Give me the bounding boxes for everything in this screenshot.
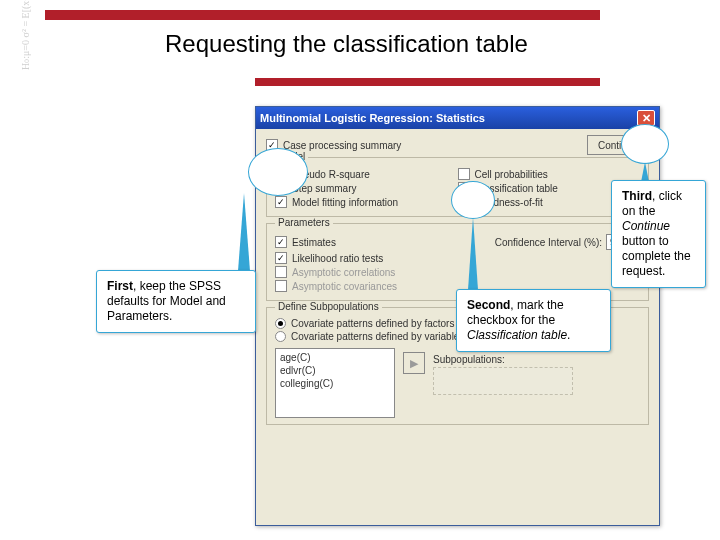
subpop-source-list[interactable]: age(C) edlvr(C) colleging(C) bbox=[275, 348, 395, 418]
callout-third-tail bbox=[641, 162, 649, 182]
callout-first-lead: First bbox=[107, 279, 133, 293]
estimates-checkbox[interactable] bbox=[275, 236, 287, 248]
lr-checkbox[interactable] bbox=[275, 252, 287, 264]
subpop-target-label: Subpopulations: bbox=[433, 354, 573, 365]
callout-first-pointer bbox=[248, 148, 308, 196]
model-fit-checkbox[interactable] bbox=[275, 196, 287, 208]
callout-third-text-b: button to complete the request. bbox=[622, 234, 691, 278]
conf-interval-label: Confidence Interval (%): bbox=[495, 237, 602, 248]
asym-corr-label: Asymptotic correlations bbox=[292, 267, 395, 278]
case-processing-label: Case processing summary bbox=[283, 140, 401, 151]
top-accent-bar bbox=[45, 10, 600, 20]
callout-second-text-b: . bbox=[567, 328, 570, 342]
callout-second-tail bbox=[468, 217, 478, 290]
callout-second: Second, mark the checkbox for the Classi… bbox=[456, 289, 611, 352]
model-fit-label: Model fitting information bbox=[292, 197, 398, 208]
callout-third-italic: Continue bbox=[622, 219, 670, 233]
asym-cov-checkbox[interactable] bbox=[275, 280, 287, 292]
callout-third-pointer bbox=[621, 124, 669, 164]
close-icon: ✕ bbox=[642, 113, 651, 124]
list-item: age(C) bbox=[280, 351, 390, 364]
estimates-label: Estimates bbox=[292, 237, 336, 248]
lr-label: Likelihood ratio tests bbox=[292, 253, 383, 264]
move-right-button[interactable]: ▶ bbox=[403, 352, 425, 374]
dialog-body: Continue Case processing summary Model P… bbox=[256, 129, 659, 433]
subpop-legend: Define Subpopulations bbox=[275, 301, 382, 312]
callout-second-lead: Second bbox=[467, 298, 510, 312]
dialog-titlebar: Multinomial Logistic Regression: Statist… bbox=[256, 107, 659, 129]
callout-first: First, keep the SPSS defaults for Model … bbox=[96, 270, 256, 333]
cell-prob-checkbox[interactable] bbox=[458, 168, 470, 180]
arrow-right-icon: ▶ bbox=[410, 357, 418, 370]
list-item: edlvr(C) bbox=[280, 364, 390, 377]
page-title: Requesting the classification table bbox=[165, 30, 528, 58]
callout-first-tail bbox=[238, 193, 250, 271]
dialog-title: Multinomial Logistic Regression: Statist… bbox=[260, 112, 485, 124]
parameters-legend: Parameters bbox=[275, 217, 333, 228]
callout-third-lead: Third bbox=[622, 189, 652, 203]
subpop-target-list[interactable] bbox=[433, 367, 573, 395]
callout-second-pointer bbox=[451, 181, 495, 219]
asym-cov-label: Asymptotic covariances bbox=[292, 281, 397, 292]
callout-second-italic: Classification table bbox=[467, 328, 567, 342]
cell-prob-label: Cell probabilities bbox=[475, 169, 548, 180]
subpop-radio-varlist[interactable] bbox=[275, 331, 286, 342]
callout-third: Third, click on the Continue button to c… bbox=[611, 180, 706, 288]
list-item: colleging(C) bbox=[280, 377, 390, 390]
asym-corr-checkbox[interactable] bbox=[275, 266, 287, 278]
subpop-radio-factors[interactable] bbox=[275, 318, 286, 329]
mid-accent-bar bbox=[255, 78, 600, 86]
